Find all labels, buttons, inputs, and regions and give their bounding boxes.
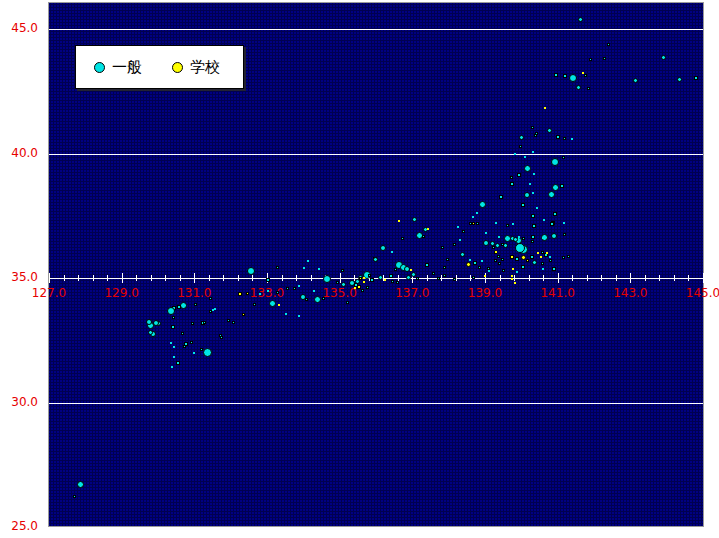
- minor-tick: [136, 275, 137, 281]
- data-point-general: [512, 223, 514, 225]
- data-point-general: [534, 134, 537, 137]
- x-axis-tick-label: 143.0: [613, 287, 647, 300]
- data-point-school: [511, 278, 513, 280]
- data-point-general: [518, 236, 520, 238]
- data-point-general: [307, 260, 309, 262]
- data-point-general: [476, 212, 478, 214]
- data-point-school: [540, 256, 542, 258]
- data-point-general: [425, 263, 429, 267]
- minor-tick: [688, 275, 689, 281]
- y-axis-tick-label: 40.0: [0, 146, 38, 159]
- data-point-general: [276, 291, 279, 294]
- data-point-general: [549, 259, 552, 262]
- data-point-general: [498, 236, 500, 238]
- minor-tick: [616, 275, 617, 281]
- data-point-general: [77, 481, 84, 488]
- data-point-general: [554, 73, 558, 77]
- data-point-general: [578, 17, 583, 22]
- data-point-general: [479, 201, 486, 208]
- data-point-school: [510, 255, 514, 259]
- data-point-general: [173, 346, 175, 348]
- data-point-school: [398, 220, 400, 222]
- data-point-general: [516, 271, 518, 273]
- data-point-general: [560, 184, 564, 188]
- data-point-general: [533, 173, 535, 175]
- data-point-general: [551, 233, 557, 239]
- data-point-general: [483, 240, 489, 246]
- data-point-school: [384, 279, 386, 281]
- legend-item-general: 一般: [94, 59, 142, 75]
- data-point-general: [183, 345, 186, 348]
- data-point-general: [531, 240, 534, 243]
- data-point-general: [200, 348, 203, 351]
- major-tick: [703, 273, 704, 283]
- data-point-general: [504, 235, 511, 242]
- minor-tick: [252, 275, 253, 281]
- minor-tick: [543, 275, 544, 281]
- data-point-general: [259, 293, 261, 295]
- data-point-general: [247, 267, 255, 275]
- data-point-general: [190, 341, 193, 344]
- data-point-general: [563, 137, 566, 140]
- gridline-y-40: [49, 154, 703, 155]
- data-point-general: [191, 322, 194, 325]
- data-point-general: [543, 219, 545, 221]
- data-point-school: [354, 287, 356, 289]
- data-point-school: [514, 282, 516, 284]
- data-point-general: [531, 214, 535, 218]
- data-point-general: [293, 287, 296, 290]
- data-point-general: [495, 243, 500, 248]
- data-point-general: [298, 315, 300, 317]
- data-point-general: [146, 319, 152, 325]
- data-point-school: [238, 292, 242, 296]
- data-point-general: [532, 224, 536, 228]
- legend[interactable]: 一般 学校: [75, 45, 244, 89]
- data-point-school: [472, 222, 475, 225]
- data-point-general: [323, 275, 331, 283]
- data-point-general: [488, 270, 490, 272]
- data-point-general: [180, 302, 187, 309]
- data-point-general: [524, 156, 526, 158]
- data-point-general: [416, 277, 419, 280]
- y-axis-tick-label: 25.0: [0, 520, 38, 533]
- data-point-general: [396, 281, 399, 284]
- minor-tick: [238, 275, 239, 281]
- data-point-general: [501, 243, 504, 246]
- data-point-general: [531, 126, 534, 129]
- data-point-general: [176, 361, 180, 365]
- minor-tick: [500, 275, 501, 281]
- data-point-general: [313, 290, 315, 292]
- data-point-general: [220, 336, 223, 339]
- data-point-general: [506, 224, 509, 227]
- data-point-general: [473, 261, 477, 265]
- data-point-general: [148, 330, 153, 335]
- data-point-general: [203, 321, 206, 324]
- data-point-general: [502, 269, 505, 272]
- scatter-chart: 127.0129.0131.0133.0135.0137.0139.0141.0…: [0, 0, 719, 538]
- data-point-general: [661, 55, 666, 60]
- x-axis-line: [49, 278, 703, 279]
- minor-tick: [311, 275, 312, 281]
- minor-tick: [470, 275, 471, 281]
- data-point-general: [269, 300, 276, 307]
- data-point-general: [214, 308, 216, 310]
- data-point-general: [515, 243, 525, 253]
- data-point-general: [498, 262, 501, 265]
- data-point-general: [346, 301, 349, 304]
- x-axis-tick-label: 133.0: [250, 287, 284, 300]
- data-point-general: [177, 305, 181, 309]
- data-point-general: [531, 235, 535, 239]
- data-point-general: [519, 145, 522, 148]
- data-point-general: [589, 58, 592, 61]
- data-point-general: [443, 274, 446, 277]
- data-point-school: [544, 107, 546, 109]
- minor-tick: [601, 275, 602, 281]
- data-point-general: [515, 257, 519, 261]
- data-point-general: [303, 267, 305, 269]
- data-point-school: [526, 259, 529, 262]
- minor-tick: [427, 275, 428, 281]
- data-point-general: [227, 319, 230, 322]
- data-point-general: [314, 296, 321, 303]
- data-point-general: [501, 258, 504, 261]
- data-point-general: [73, 495, 76, 498]
